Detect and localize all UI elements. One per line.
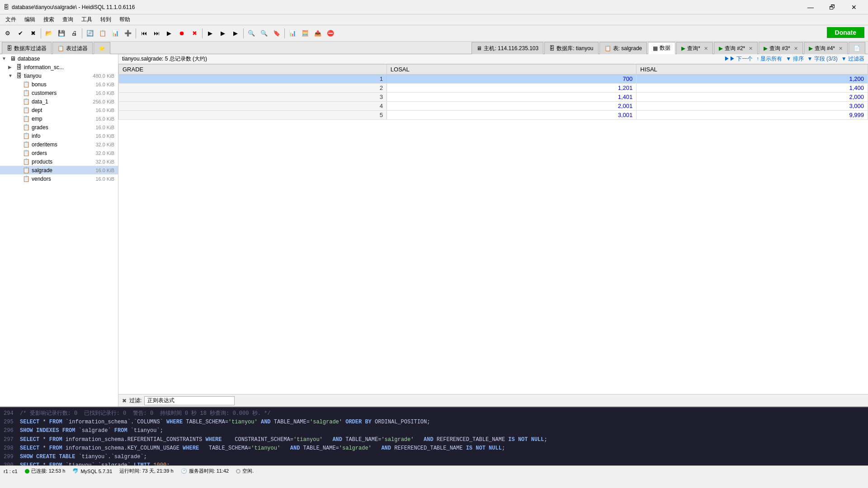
- toolbar-button[interactable]: 🔖: [271, 28, 283, 39]
- filter-close-button[interactable]: ✖: [122, 398, 127, 404]
- sidebar-item-info[interactable]: 📋 info 16.0 KiB: [0, 131, 118, 140]
- table-icon: 📋: [23, 132, 30, 139]
- toolbar-button[interactable]: ⏮: [138, 28, 150, 39]
- toolbar-button[interactable]: ▶: [217, 28, 229, 39]
- toolbar-button[interactable]: ✔: [14, 28, 26, 39]
- toolbar-button[interactable]: ➕: [122, 28, 134, 39]
- menu-item-搜索[interactable]: 搜索: [40, 15, 58, 24]
- toolbar-button[interactable]: 🧮: [299, 28, 311, 39]
- sidebar-item-bonus[interactable]: 📋 bonus 16.0 KiB: [0, 80, 118, 89]
- tab-table-filter[interactable]: 📋 表过滤器: [52, 42, 93, 54]
- sidebar-item-database[interactable]: ▼ 🖥 database: [0, 54, 118, 63]
- field-button[interactable]: ▼ 字段 (3/3): [807, 55, 838, 63]
- filter-button[interactable]: ▼ 过滤器: [841, 55, 864, 63]
- toolbar-button[interactable]: ⛔: [325, 28, 336, 39]
- col-header-losal[interactable]: LOSAL: [387, 65, 636, 75]
- toolbar-button[interactable]: 📊: [109, 28, 121, 39]
- toolbar-button[interactable]: 🔍: [258, 28, 270, 39]
- table-size: 16.0 KiB: [95, 116, 116, 122]
- sidebar-item-vendors[interactable]: 📋 vendors 16.0 KiB: [0, 174, 118, 183]
- tab-query3[interactable]: ▶ 查询 #3* ✕: [759, 42, 802, 54]
- table-body: 1 700 1,200 2 1,201 1,400 3 1,401 2,000 …: [119, 75, 868, 120]
- col-header-hisal[interactable]: HISAL: [637, 65, 868, 75]
- close-button[interactable]: ✕: [844, 0, 864, 14]
- close-icon[interactable]: ✕: [794, 46, 798, 52]
- table-row[interactable]: 4 2,001 3,000: [119, 102, 868, 111]
- sidebar-item-info-schema[interactable]: ▶ 🗄 information_sc...: [0, 63, 118, 71]
- donate-button[interactable]: Donate: [827, 27, 864, 38]
- menu-item-转到[interactable]: 转到: [97, 15, 115, 24]
- toolbar-button[interactable]: ▶: [204, 28, 216, 39]
- table-size: 16.0 KiB: [95, 125, 116, 130]
- toolbar-button[interactable]: 🖨: [68, 28, 80, 39]
- sidebar-item-emp[interactable]: 📋 emp 16.0 KiB: [0, 114, 118, 123]
- minimize-button[interactable]: —: [800, 0, 821, 14]
- tab-label: 数据库: tianyou: [557, 45, 593, 52]
- menu-item-工具[interactable]: 工具: [78, 15, 96, 24]
- menu-item-帮助[interactable]: 帮助: [116, 15, 134, 24]
- table-icon: 📋: [23, 89, 30, 96]
- tab-new[interactable]: 📄: [849, 42, 865, 54]
- sidebar-item-grades[interactable]: 📋 grades 16.0 KiB: [0, 123, 118, 131]
- toolbar-button[interactable]: ⚙: [2, 28, 14, 39]
- expander-icon: ▼: [2, 56, 8, 61]
- tab-query2[interactable]: ▶ 查询 #2* ✕: [714, 42, 758, 54]
- tab-host[interactable]: 🖥 主机: 114.116.235.103: [472, 42, 543, 54]
- sidebar-item-dept[interactable]: 📋 dept 16.0 KiB: [0, 106, 118, 114]
- tab-data[interactable]: ▦ 数据: [648, 42, 675, 54]
- sidebar-item-salgrade[interactable]: 📋 salgrade 16.0 KiB: [0, 166, 118, 174]
- table-row[interactable]: 1 700 1,200: [119, 75, 868, 84]
- show-all-button[interactable]: ↑ 显示所有: [756, 55, 782, 63]
- maximize-button[interactable]: 🗗: [822, 0, 843, 14]
- table-row[interactable]: 2 1,201 1,400: [119, 84, 868, 93]
- filter-input[interactable]: [144, 396, 235, 405]
- toolbar-separator: [136, 28, 136, 38]
- menu-item-文件[interactable]: 文件: [2, 15, 20, 24]
- toolbar-button[interactable]: ▶: [163, 28, 175, 39]
- toolbar-button[interactable]: 📋: [97, 28, 108, 39]
- cursor-position: r1 : c1: [4, 469, 18, 474]
- table-row[interactable]: 3 1,401 2,000: [119, 93, 868, 102]
- menu-item-编辑[interactable]: 编辑: [21, 15, 39, 24]
- tab-star[interactable]: ⭐: [94, 42, 110, 54]
- col-header-grade[interactable]: GRADE: [119, 65, 387, 75]
- tab-query1[interactable]: ▶ 查询* ✕: [676, 42, 713, 54]
- close-icon[interactable]: ✕: [704, 46, 708, 52]
- toolbar-button[interactable]: 📤: [312, 28, 324, 39]
- tab-table[interactable]: 📋 表: salgrade: [599, 42, 647, 54]
- toolbar-button[interactable]: ✖: [27, 28, 39, 39]
- toolbar-button[interactable]: ⏭: [151, 28, 162, 39]
- table-row[interactable]: 5 3,001 9,999: [119, 111, 868, 120]
- table-size: 32.0 KiB: [95, 142, 116, 147]
- close-icon[interactable]: ✕: [839, 46, 843, 52]
- sql-log: 294 /* 受影响记录行数: 0 已找到记录行: 0 警告: 0 持续时间 0…: [0, 407, 868, 465]
- sidebar-item-orders[interactable]: 📋 orders 32.0 KiB: [0, 149, 118, 157]
- tab-database[interactable]: 🗄 数据库: tianyou: [544, 42, 598, 54]
- run-icon: ▶: [719, 45, 723, 52]
- toolbar-button[interactable]: 💾: [56, 28, 67, 39]
- toolbar-button[interactable]: ▶: [230, 28, 241, 39]
- cell-losal: 1,401: [387, 93, 636, 102]
- toolbar-button[interactable]: 🔄: [84, 28, 96, 39]
- sidebar-item-data1[interactable]: 📋 data_1 256.0 KiB: [0, 97, 118, 106]
- close-icon[interactable]: ✕: [749, 46, 753, 52]
- toolbar-button[interactable]: ⏺: [176, 28, 188, 39]
- next-button[interactable]: ▶▶ 下一个: [724, 55, 753, 63]
- sort-button[interactable]: ▼ 排序: [786, 55, 803, 63]
- table-icon: 📋: [23, 107, 30, 113]
- toolbar-button[interactable]: 📂: [43, 28, 55, 39]
- sidebar-item-orderitems[interactable]: 📋 orderitems 32.0 KiB: [0, 140, 118, 149]
- toolbar-button[interactable]: 🔍: [245, 28, 257, 39]
- tab-db-filter[interactable]: 🗄 数据库过滤器: [2, 42, 52, 54]
- menu-item-查询[interactable]: 查询: [59, 15, 77, 24]
- db-filter-icon: 🗄: [7, 45, 12, 52]
- tab-query4[interactable]: ▶ 查询 #4* ✕: [804, 42, 848, 54]
- new-tab-icon: 📄: [854, 45, 860, 52]
- sidebar-item-label: vendors: [32, 176, 94, 182]
- sidebar-item-tianyou[interactable]: ▼ 🗄 tianyou 480.0 KiB: [0, 71, 118, 80]
- toolbar-button[interactable]: 📊: [287, 28, 298, 39]
- table-filter-icon: 📋: [57, 45, 64, 52]
- sidebar-item-products[interactable]: 📋 products 32.0 KiB: [0, 157, 118, 166]
- sidebar-item-customers[interactable]: 📋 customers 16.0 KiB: [0, 89, 118, 97]
- toolbar-button[interactable]: ✖: [189, 28, 200, 39]
